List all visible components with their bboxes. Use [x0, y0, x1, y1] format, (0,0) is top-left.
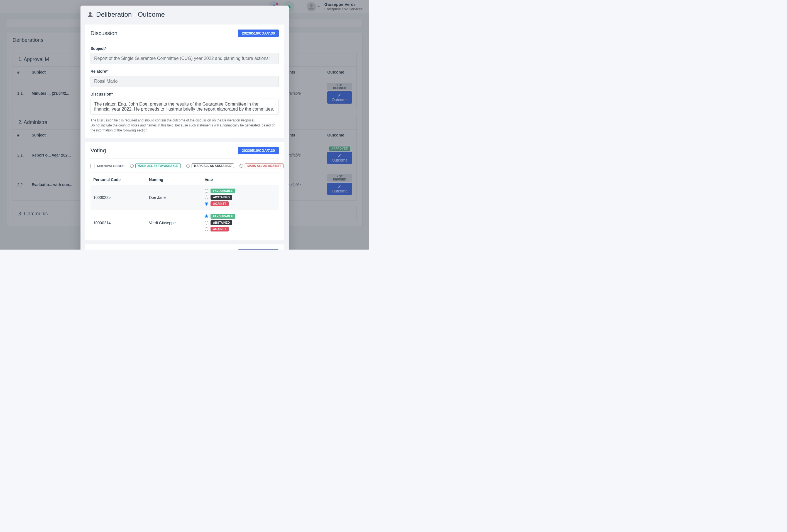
discussion-help-1: The Discussion field is required and sho…	[90, 118, 279, 123]
modal-title: Deliberation - Outcome	[81, 5, 289, 21]
vote-against[interactable]: AGAINST	[205, 227, 276, 232]
acknowledges-checkbox[interactable]	[90, 164, 94, 168]
acknowledges-option[interactable]: ACKNOWLEDGES	[90, 164, 125, 168]
col-personal-code: Personal Code	[90, 173, 146, 185]
voting-card: Voting 20230510/CDA/7.30 ACKNOWLEDGES MA…	[85, 142, 284, 240]
mark-all-against[interactable]: MARK ALL AS AGAINST	[239, 164, 283, 168]
vote-favourable[interactable]: FAVOURABLE	[205, 214, 276, 219]
deliberation-code: 20230510/CDA/7.30	[238, 249, 279, 250]
discussion-card: Discussion 20230510/CDA/7.30 Subject* Re…	[85, 24, 284, 138]
person-icon	[87, 12, 93, 18]
deliberation-code: 20230510/CDA/7.30	[238, 29, 279, 37]
subject-input	[90, 53, 279, 64]
voting-row: 10000214 Verdi Giuseppe FAVOURABLE ABSTA…	[90, 210, 279, 235]
vote-abstained[interactable]: ABSTAINED	[205, 195, 276, 200]
voting-row: 10000225 Doe Jane FAVOURABLE ABSTAINED A…	[90, 185, 279, 210]
mark-all-abstained[interactable]: MARK ALL AS ABSTAINED	[186, 164, 234, 168]
discussion-textarea[interactable]: The relator, Eng. John Doe, presents the…	[90, 99, 279, 115]
deliberation-code: 20230510/CDA/7.30	[238, 147, 279, 154]
outcome-card: Outcome 20230510/CDA/7.30	[85, 244, 284, 250]
col-vote: Vote	[202, 173, 279, 185]
subject-label: Subject*	[90, 46, 279, 51]
discussion-help-2: Do not include the count of votes and na…	[90, 123, 279, 133]
voting-header: Voting	[90, 147, 106, 154]
discussion-label: Discussion*	[90, 92, 279, 97]
relator-input	[90, 76, 279, 87]
relator-label: Relatore*	[90, 69, 279, 73]
discussion-header: Discussion	[90, 30, 118, 37]
vote-against[interactable]: AGAINST	[205, 201, 276, 206]
col-naming: Naming	[146, 173, 202, 185]
deliberation-outcome-modal: Deliberation - Outcome Discussion 202305…	[81, 5, 289, 250]
mark-all-favourable[interactable]: MARK ALL AS FAVOURABLE	[130, 164, 181, 168]
svg-point-1	[89, 12, 91, 15]
vote-abstained[interactable]: ABSTAINED	[205, 220, 276, 225]
vote-favourable[interactable]: FAVOURABLE	[205, 189, 276, 193]
